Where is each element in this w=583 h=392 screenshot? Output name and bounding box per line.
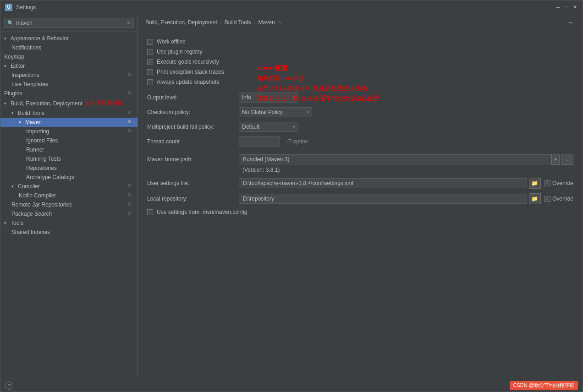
use-settings-mvn-row: Use settings from .mvn/maven.config [147, 209, 573, 215]
thread-count-control: -T option [239, 136, 308, 147]
user-settings-label: User settings file: [147, 180, 239, 186]
chevron-down-icon: ▾ [4, 101, 9, 106]
sidebar-annotation: 此处为配置按钮 [84, 99, 123, 107]
sidebar-item-label: Shared Indexes [11, 229, 50, 235]
sidebar-item-label: Keymap [4, 54, 24, 60]
output-level-select[interactable]: Info ▾ [239, 93, 298, 103]
back-arrow[interactable]: ← [553, 18, 563, 27]
sidebar-item-build-tools[interactable]: ▾ Build Tools ⚙ [0, 109, 138, 118]
thread-count-row: Thread count -T option [147, 136, 573, 147]
local-repository-browse-btn[interactable]: 📁 [529, 193, 541, 204]
settings-window: U Settings ─ □ ✕ 🔍 ✕ ▾ Appearance & [0, 0, 583, 392]
breadcrumb-sep-2: › [254, 19, 256, 26]
clear-search-icon[interactable]: ✕ [126, 20, 131, 26]
sidebar-item-ignored-files[interactable]: Ignored Files [0, 136, 138, 145]
sidebar-item-label: Package Search [11, 211, 52, 217]
dropdown-arrow-icon: ▾ [293, 95, 295, 100]
local-repository-input[interactable] [239, 194, 527, 204]
user-settings-override-label: Override [552, 180, 573, 186]
local-repository-override-checkbox[interactable] [544, 196, 550, 202]
breadcrumb-bar: Build, Execution, Deployment › Build Too… [138, 14, 583, 31]
sidebar-item-inspections[interactable]: Inspections ⚙ [0, 71, 138, 80]
sidebar-item-live-templates[interactable]: Live Templates [0, 80, 138, 89]
always-update-label: Always update snapshots [157, 79, 219, 85]
bottom-bar: ? CSDN @勤俭节约的程序猿 [0, 379, 583, 392]
sidebar-item-running-tests[interactable]: Running Tests [0, 154, 138, 163]
sidebar-item-runner[interactable]: Runner [0, 145, 138, 154]
dropdown-arrow-icon: ▾ [307, 110, 309, 114]
execute-goals-row: Execute goals recursively [147, 59, 573, 65]
external-icon [127, 44, 134, 51]
chevron-down-icon: ▾ [4, 221, 9, 225]
minimize-button[interactable]: ─ [555, 4, 561, 11]
settings-icon: ⚙ [127, 119, 134, 125]
close-button[interactable]: ✕ [572, 4, 578, 11]
maven-home-input-wrapper: ▾ ... [239, 154, 573, 165]
checksum-policy-select[interactable]: No Global Policy ▾ [239, 107, 312, 117]
user-settings-override-checkbox[interactable] [544, 180, 550, 186]
sidebar-item-label: Appearance & Behavior [11, 35, 69, 42]
print-exception-label: Print exception stack traces [157, 69, 224, 75]
maven-home-dropdown-btn[interactable]: ▾ [551, 154, 560, 165]
forward-arrow[interactable]: → [565, 18, 575, 27]
sidebar-item-label: Maven [25, 119, 42, 125]
sidebar-item-shared-indexes[interactable]: Shared Indexes [0, 228, 138, 237]
content-area: maven配置 如果你是pom项目 在导入别人的项目时 此处的配置默认是c盘 需… [138, 31, 583, 379]
t-option-label: -T option [286, 138, 308, 145]
sidebar-item-package-search[interactable]: Package Search ⚙ [0, 209, 138, 218]
sidebar-item-label: Runner [26, 147, 44, 153]
user-settings-input[interactable] [239, 178, 527, 188]
work-offline-row: Work offline [147, 38, 573, 45]
multiproject-policy-select[interactable]: Default ▾ [239, 122, 298, 132]
maven-home-label: Maven home path: [147, 156, 239, 163]
search-input[interactable] [16, 20, 126, 26]
breadcrumb-build-tools[interactable]: Build Tools [225, 19, 251, 26]
sidebar-item-kotlin-compiler[interactable]: Kotlin Compiler ⚙ [0, 191, 138, 200]
sidebar-item-notifications[interactable]: Notifications [0, 43, 138, 52]
use-plugin-registry-checkbox[interactable] [147, 49, 153, 55]
sidebar-item-appearance[interactable]: ▾ Appearance & Behavior [0, 34, 138, 43]
sidebar-item-label: Build Tools [18, 110, 44, 116]
sidebar-item-archetype-catalogs[interactable]: Archetype Catalogs [0, 173, 138, 182]
main-panel: Build, Execution, Deployment › Build Too… [138, 14, 583, 379]
sidebar-item-label: Build, Execution, Deployment [11, 100, 82, 107]
sidebar-item-repositories[interactable]: Repositories [0, 163, 138, 173]
sidebar-item-label: Compiler [18, 183, 40, 190]
chevron-down-icon: ▾ [4, 36, 9, 41]
local-repository-override-wrapper: Override [544, 196, 573, 202]
always-update-checkbox[interactable] [147, 79, 153, 85]
sidebar-item-editor[interactable]: ▾ Editor [0, 61, 138, 71]
breadcrumb-maven[interactable]: Maven [258, 19, 275, 26]
chevron-down-icon: ▾ [11, 111, 16, 115]
sidebar-item-compiler[interactable]: ▾ Compiler ⚙ [0, 182, 138, 191]
thread-count-label: Thread count [147, 138, 239, 145]
thread-count-input[interactable] [239, 136, 280, 147]
execute-goals-label: Execute goals recursively [157, 59, 219, 65]
sidebar-item-plugins[interactable]: Plugins ⚙ [0, 89, 138, 98]
maven-home-browse-btn[interactable]: ... [561, 154, 573, 165]
sidebar-item-importing[interactable]: Importing ⚙ [0, 127, 138, 136]
print-exception-checkbox[interactable] [147, 69, 153, 75]
search-wrapper[interactable]: 🔍 ✕ [4, 18, 134, 28]
maven-version-text: (Version: 3.8.1) [147, 167, 573, 173]
use-settings-mvn-checkbox[interactable] [147, 209, 153, 215]
settings-icon: ⚙ [127, 183, 134, 190]
chevron-down-icon: ▾ [4, 64, 9, 68]
window-title: Settings [16, 4, 555, 11]
sidebar-item-remote-jar[interactable]: Remote Jar Repositories ⚙ [0, 200, 138, 209]
print-exception-row: Print exception stack traces [147, 69, 573, 75]
breadcrumb-build[interactable]: Build, Execution, Deployment [145, 19, 217, 26]
settings-icon: ⚙ [127, 201, 134, 208]
sidebar-item-label: Kotlin Compiler [19, 192, 56, 199]
maximize-button[interactable]: □ [563, 4, 570, 11]
sidebar-item-maven[interactable]: ▾ Maven ⚙ [0, 118, 138, 127]
maven-home-input[interactable] [239, 154, 551, 164]
sidebar-item-keymap[interactable]: Keymap [0, 52, 138, 61]
sidebar-item-build-exec[interactable]: ▾ Build, Execution, Deployment 此处为配置按钮 [0, 98, 138, 109]
work-offline-checkbox[interactable] [147, 39, 153, 45]
help-button[interactable]: ? [5, 381, 13, 390]
user-settings-browse-btn[interactable]: 📁 [529, 178, 541, 189]
sidebar-item-tools[interactable]: ▾ Tools [0, 218, 138, 228]
execute-goals-checkbox[interactable] [147, 59, 153, 65]
sidebar-item-label: Repositories [26, 165, 57, 171]
